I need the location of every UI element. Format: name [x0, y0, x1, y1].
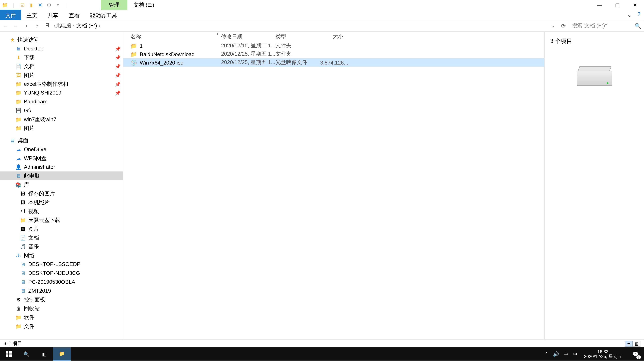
pictures-icon: 🖼	[20, 190, 26, 197]
action-center-button[interactable]: 💬3	[629, 348, 642, 361]
nav-recent-dropdown[interactable]: ▾	[21, 24, 32, 28]
tree-item[interactable]: 📁天翼云盘下载	[0, 216, 123, 225]
nav-back-button[interactable]: ←	[0, 23, 10, 29]
file-name: BaiduNetdiskDownload	[140, 51, 194, 57]
tree-item[interactable]: 🖥Desktop📌	[0, 44, 123, 53]
clock-date: 2020/12/25, 星期五	[584, 354, 622, 359]
refresh-icon[interactable]: ⟳	[558, 23, 569, 29]
tree-item[interactable]: 🖼图片📌	[0, 71, 123, 80]
title-bar: 📁 | ☑ ▮ ✕ ⚙ ▾ | 管理 文档 (E:) — ▢ ✕	[0, 0, 644, 10]
breadcrumb[interactable]: 此电脑 › 文档 (E:) ›	[56, 22, 548, 30]
breadcrumb-item[interactable]: 文档 (E:)	[76, 22, 97, 30]
folder-icon: 📁	[15, 98, 22, 105]
desktop-icon: 🖥	[15, 45, 22, 52]
cloud-icon: ☁	[15, 146, 22, 153]
close-button[interactable]: ✕	[626, 2, 644, 8]
tree-item[interactable]: 🖼本机照片	[0, 198, 123, 207]
help-icon[interactable]: ?	[634, 10, 644, 20]
tree-item[interactable]: 💾G:\	[0, 106, 123, 115]
taskbar-clock[interactable]: 16:32 2020/12/25, 星期五	[581, 349, 624, 359]
view-icons-button[interactable]: ▦	[632, 341, 640, 347]
view-details-button[interactable]: ≣	[625, 341, 633, 347]
tree-item[interactable]: 📁软件	[0, 313, 123, 322]
tree-item[interactable]: ☁WPS网盘	[0, 154, 123, 163]
computer-icon: 🖥	[20, 278, 26, 285]
tree-item[interactable]: 🖥PC-20190530OBLA	[0, 278, 123, 286]
nav-forward-button[interactable]: →	[10, 23, 21, 29]
tree-item[interactable]: 📄文档📌	[0, 62, 123, 71]
file-explorer-task[interactable]: 📁	[53, 348, 70, 361]
tree-item-this-pc[interactable]: 🖥此电脑	[0, 171, 123, 180]
maximize-button[interactable]: ▢	[608, 2, 626, 8]
tree-item[interactable]: 📁文件	[0, 322, 123, 331]
tree-item[interactable]: 📁Bandicam	[0, 97, 123, 106]
tree-network[interactable]: 🖧网络	[0, 251, 123, 260]
ribbon-tab-home[interactable]: 主页	[21, 10, 42, 20]
ribbon-collapse-icon[interactable]: ⌄	[624, 10, 634, 20]
tree-item[interactable]: 📁win7重装win7	[0, 115, 123, 124]
minimize-button[interactable]: —	[591, 2, 608, 8]
tree-item[interactable]: 👤Administrator	[0, 163, 123, 171]
search-icon[interactable]: 🔍	[634, 23, 641, 29]
item-count-label: 3 个项目	[550, 37, 638, 45]
pin-icon: 📌	[115, 64, 120, 69]
address-dropdown-icon[interactable]: ⌄	[548, 24, 558, 28]
tree-recycle-bin[interactable]: 🗑回收站	[0, 304, 123, 313]
column-type[interactable]: 类型	[276, 33, 320, 40]
tree-item[interactable]: 📚库	[0, 180, 123, 189]
tree-control-panel[interactable]: ⚙控制面板	[0, 295, 123, 304]
gear-icon[interactable]: ⚙	[46, 2, 52, 8]
tree-item[interactable]: 📄文档	[0, 233, 123, 242]
tree-item[interactable]: 📁YUNQISHI2019📌	[0, 88, 123, 97]
checkbox-icon[interactable]: ☑	[20, 2, 26, 8]
folder-icon[interactable]: ▮	[28, 2, 34, 8]
search-button[interactable]: 🔍	[18, 348, 35, 361]
column-name[interactable]: 名称▴	[124, 33, 221, 40]
folder-icon: ⬇	[15, 54, 22, 61]
tree-item[interactable]: 📁excel表格制作求和📌	[0, 80, 123, 88]
tray-app-icon[interactable]: ✉	[573, 351, 577, 357]
folder-icon: 📁	[15, 323, 22, 330]
search-box[interactable]: 搜索"文档 (E:)" 🔍	[569, 21, 644, 31]
pc-icon: 🖥	[44, 22, 52, 30]
chevron-right-icon[interactable]: ›	[54, 23, 56, 28]
ribbon-tab-drive-tools[interactable]: 驱动器工具	[85, 10, 122, 20]
tree-item[interactable]: 🖼图片	[0, 225, 123, 233]
tree-item[interactable]: ⬇下载📌	[0, 53, 123, 62]
tree-desktop[interactable]: 🖥桌面	[0, 136, 123, 145]
ribbon-tab-share[interactable]: 共享	[42, 10, 64, 20]
tree-item[interactable]: 🖥DESKTOP-LSSOEDP	[0, 260, 123, 269]
tree-item[interactable]: 🎵音乐	[0, 242, 123, 251]
file-row[interactable]: 💿Win7x64_2020.iso 2020/12/25, 星期五 1... 光…	[124, 58, 544, 67]
tree-item[interactable]: 🎞视频	[0, 207, 123, 216]
tree-item[interactable]: ☁OneDrive	[0, 145, 123, 154]
tree-item[interactable]: 🖥DESKTOP-NJEU3CG	[0, 269, 123, 278]
file-row[interactable]: 📁BaiduNetdiskDownload 2020/12/25, 星期五 1.…	[124, 50, 544, 58]
desktop-icon: 🖥	[9, 137, 16, 144]
breadcrumb-item[interactable]: 此电脑	[56, 22, 72, 30]
navigation-tree[interactable]: ★快速访问 🖥Desktop📌 ⬇下载📌 📄文档📌 🖼图片📌 📁excel表格制…	[0, 32, 124, 339]
tree-quick-access[interactable]: ★快速访问	[0, 35, 123, 44]
tree-item[interactable]: 📁图片	[0, 124, 123, 133]
tree-item[interactable]: 🖥ZMT2019	[0, 286, 123, 295]
column-date[interactable]: 修改日期	[221, 33, 276, 40]
file-list[interactable]: 名称▴ 修改日期 类型 大小 📁1 2020/12/15, 星期二 1... 文…	[124, 32, 544, 339]
tree-item[interactable]: 🖼保存的图片	[0, 189, 123, 198]
ime-indicator[interactable]: 中	[564, 351, 568, 357]
drive-preview-icon	[577, 66, 612, 86]
column-size[interactable]: 大小	[320, 33, 346, 40]
close-blue-icon[interactable]: ✕	[37, 2, 44, 8]
tray-overflow-icon[interactable]: ⌃	[544, 351, 548, 357]
address-bar: ← → ▾ ↑ 🖥 › 此电脑 › 文档 (E:) › ⌄ ⟳ 搜索"文档 (E…	[0, 20, 644, 32]
task-view-button[interactable]: ◧	[36, 348, 53, 361]
user-icon: 👤	[15, 164, 22, 171]
folder-icon: 📁	[15, 314, 22, 321]
qat-dropdown-icon[interactable]: ▾	[55, 2, 61, 8]
volume-icon[interactable]: 🔊	[553, 351, 559, 357]
folder-icon: 📁	[20, 217, 26, 224]
ribbon-tab-view[interactable]: 查看	[64, 10, 85, 20]
nav-up-button[interactable]: ↑	[32, 23, 42, 29]
start-button[interactable]	[0, 348, 18, 361]
file-row[interactable]: 📁1 2020/12/15, 星期二 1... 文件夹	[124, 41, 544, 50]
ribbon-tab-file[interactable]: 文件	[0, 10, 21, 20]
